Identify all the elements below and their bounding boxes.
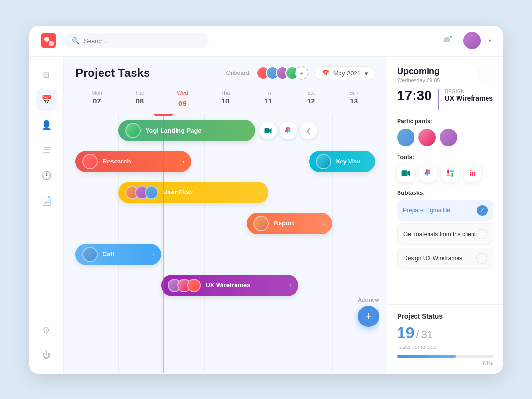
meet-tool-icon[interactable] [397,164,414,182]
subtask-item-2[interactable]: Get materials from the client [397,223,493,245]
participant-1 [397,129,414,146]
invision-tool-icon[interactable]: in [464,164,481,182]
event-time: 17:30 [397,89,432,103]
task-icons-yogi: ❮ [259,122,317,139]
task-label-userflow: User Flow [163,189,193,196]
ux-arrow: › [290,282,292,289]
event-info: Design UX Wireframes [445,89,493,102]
day-col-sat: Sat 12 [290,86,333,114]
grid-icon: ⊞ [43,70,50,80]
subtask-item-3[interactable]: Design UX Wireframes [397,248,493,269]
search-bar[interactable]: 🔍 [64,33,209,48]
event-category: Design [445,89,493,94]
project-status-title: Project Status [397,312,493,320]
day-col-tue: Tue 08 [118,86,162,114]
sidebar-item-logout[interactable]: ⏻ [36,345,57,366]
task-bar-call[interactable]: Call › [75,244,161,265]
sidebar-item-clock[interactable]: 🕐 [36,165,57,186]
subtask-item-1[interactable]: Prepare Figma file ✓ [397,200,493,221]
day-name-fri: Fri [247,90,290,96]
tasks-rows: Yogi Landing Page [72,114,379,308]
doc-icon: 📄 [41,195,52,206]
add-new-area: Add new + [358,297,379,327]
project-status-done: 19 [397,324,414,342]
day-num-thu: 10 [204,97,247,105]
project-status-section: Project Status 19 / 31 Tasks completed 6… [387,304,503,374]
page-title: Project Tasks [75,66,150,80]
task-bar-keyvisual[interactable]: Key Visu... [309,151,375,172]
day-num-sat: 12 [290,97,333,105]
calendar-header: Mon 07 Tue 08 Wed 09 Thu [72,86,379,114]
day-num-wed: 09 [176,97,189,110]
task-avatars-ux [168,279,201,292]
figma-icon[interactable] [280,122,297,139]
day-col-thu: Thu 10 [204,86,247,114]
svg-rect-8 [452,173,453,177]
chevron-left-icon[interactable]: ❮ [300,122,317,139]
topbar: 🔍 ▾ [29,26,503,57]
day-num-tue: 08 [118,97,162,105]
tools-label: Tools: [387,154,503,164]
sidebar-item-list[interactable]: ☰ [36,140,57,161]
upcoming-title-block: Upcoming Wednesday 09.05 [397,66,440,83]
date-picker[interactable]: 📅 May 2021 ▾ [314,66,375,80]
subtask-check-1: ✓ [477,205,488,216]
more-options-button[interactable]: ··· [478,66,493,82]
meet-icon[interactable] [259,122,277,139]
day-num-mon: 07 [75,97,118,105]
event-divider [438,89,439,110]
header-right: Onboard: + 📅 May 2021 ▾ [226,66,375,80]
subtask-check-2 [476,229,487,239]
search-input[interactable] [84,37,201,44]
outer-wrapper: 🔍 ▾ ⊞ [0,0,532,399]
notification-button[interactable] [438,32,456,49]
project-status-bar-bg [397,355,493,358]
svg-rect-3 [265,128,270,133]
user-dropdown-chevron[interactable]: ▾ [488,37,491,44]
participant-3 [440,129,457,146]
calendar-grid: 17:27 Yogi Landing Page [72,114,379,373]
research-arrow: › [182,158,184,165]
slack-tool-icon[interactable] [442,164,459,182]
upcoming-event: 17:30 Design UX Wireframes [387,89,503,118]
task-bar-yogi[interactable]: Yogi Landing Page [118,120,255,141]
task-avatar-report [253,216,269,231]
svg-point-6 [428,172,430,174]
user-avatar[interactable] [463,32,481,49]
topbar-right: ▾ [438,32,491,49]
task-row-ux: UX Wireframes › Add new + [75,273,375,298]
tasks-header: Project Tasks Onboard: + 📅 May 2021 [64,57,387,86]
date-picker-icon: 📅 [322,70,329,77]
task-bar-report[interactable]: Report › [247,213,332,234]
sidebar-item-grid[interactable]: ⊞ [36,64,57,86]
sidebar-item-doc[interactable]: 📄 [36,190,57,211]
task-avatar-call [82,247,98,262]
subtask-check-3 [476,253,487,264]
sidebar-item-settings[interactable]: ⚙ [36,320,57,341]
sidebar-item-person[interactable]: 👤 [36,115,57,136]
add-member-button[interactable]: + [295,66,309,80]
task-label-keyvisual: Key Visu... [336,158,365,165]
participants-label: Participants: [387,118,503,129]
task-label-ux: UX Wireframes [206,281,250,289]
report-arrow: › [324,220,325,227]
person-icon: 👤 [41,120,52,131]
task-bar-userflow[interactable]: User Flow › [118,182,268,203]
subtask-label-2: Get materials from the client [403,231,476,237]
onboard-avatars: + [256,66,309,80]
fab-button[interactable]: + [358,306,379,327]
subtask-label-1: Prepare Figma file [403,207,450,214]
participants-row [387,129,503,154]
day-name-wed: Wed [161,90,204,96]
userflow-arrow: › [260,189,262,196]
participant-2 [418,129,436,146]
svg-rect-7 [447,169,449,173]
subtask-label-3: Design UX Wireframes [403,255,462,262]
figma-tool-icon[interactable] [419,164,437,182]
task-row-report: Report › [75,211,375,236]
svg-point-4 [288,129,291,132]
task-bar-ux[interactable]: UX Wireframes › [161,275,298,296]
sidebar-item-calendar[interactable]: 📅 [36,89,57,111]
calendar-icon: 📅 [41,95,52,105]
task-bar-research[interactable]: Research › [75,151,191,172]
